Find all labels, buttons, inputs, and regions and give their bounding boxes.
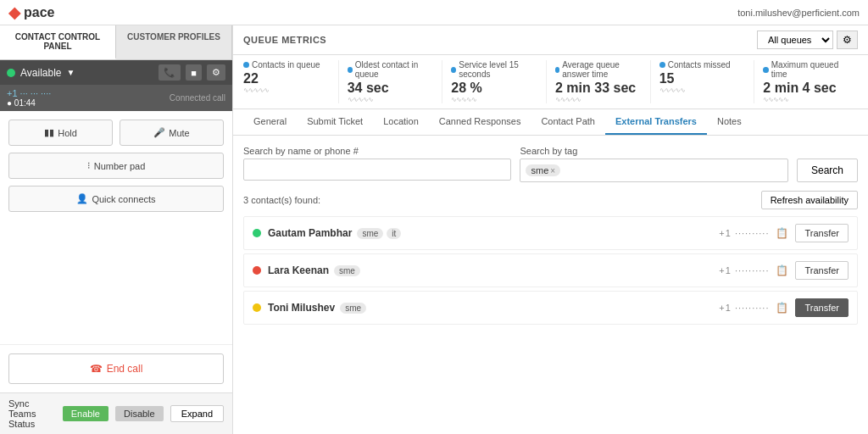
results-count: 3 contact(s) found: [243, 195, 320, 205]
queue-header: QUEUE METRICS All queues ⚙ [233, 25, 868, 55]
queue-settings-button[interactable]: ⚙ [837, 31, 858, 49]
metric-dot-5 [659, 62, 665, 68]
logo: ◆ pace [8, 3, 54, 22]
metric-service-level: Service level 15 seconds 28 % ∿∿∿∿∿ [442, 60, 547, 103]
tab-location[interactable]: Location [373, 109, 429, 135]
tag-sme-lara: sme [334, 265, 360, 276]
tab-external-transfers[interactable]: External Transfers [605, 109, 707, 135]
logo-text: pace [24, 5, 54, 20]
metric-label-6: Maximum queued time [771, 60, 849, 79]
status-dot-toni [253, 303, 261, 312]
tag-field[interactable]: sme × [520, 159, 787, 182]
tab-contact-control[interactable]: CONTACT CONTROL PANEL [0, 25, 116, 59]
tag-sme-text: sme [531, 165, 548, 175]
contact-right-toni: +1 ·········· 📋 Transfer [719, 298, 849, 317]
metric-dot-3 [451, 67, 456, 73]
hold-icon: ▮▮ [44, 127, 54, 138]
content-tabs: General Submit Ticket Location Canned Re… [233, 109, 868, 136]
metric-value-1: 22 [243, 71, 330, 86]
metric-avg-answer: Average queue answer time 2 min 33 sec ∿… [547, 60, 651, 103]
metrics-bar: Contacts in queue 22 ∿∿∿∿∿ Oldest contac… [233, 55, 868, 109]
status-left: Available ▼ [7, 67, 75, 79]
call-controls: ▮▮ Hold 🎤 Mute ⁝ Number pad 👤 Quick conn… [0, 111, 232, 344]
wave-5: ∿∿∿∿∿ [659, 86, 746, 94]
end-call-section: ☎ End call [0, 344, 232, 392]
wave-1: ∿∿∿∿∿ [243, 86, 330, 94]
metric-dot-4 [555, 67, 559, 73]
contact-name-lara: Lara Keenan [268, 264, 329, 276]
end-call-button[interactable]: ☎ End call [8, 353, 224, 384]
tag-search-group: Search by tag sme × [520, 146, 787, 182]
status-dropdown-icon[interactable]: ▼ [66, 68, 75, 77]
copy-icon-lara[interactable]: 📋 [776, 264, 788, 276]
metric-max-queued: Maximum queued time 2 min 4 sec ∿∿∿∿∿ [754, 60, 858, 103]
contact-tags-lara: sme [334, 265, 360, 276]
contact-name-gautam: Gautam Pambhar [268, 227, 352, 239]
number-pad-button[interactable]: ⁝ Number pad [8, 153, 224, 179]
end-call-label: End call [107, 363, 143, 375]
transfer-button-gautam[interactable]: Transfer [795, 224, 849, 242]
phone-icon-btn[interactable]: 📞 [159, 64, 181, 81]
sync-enable-button[interactable]: Enable [63, 406, 108, 421]
chat-icon-btn[interactable]: ■ [186, 64, 202, 81]
search-button[interactable]: Search [797, 159, 858, 182]
tag-sme-remove[interactable]: × [550, 166, 555, 175]
logo-icon: ◆ [8, 3, 20, 22]
transfer-button-toni[interactable]: Transfer [795, 298, 849, 317]
metric-dot-1 [243, 62, 249, 68]
tab-customer-profiles[interactable]: CUSTOMER PROFILES [116, 25, 232, 59]
tab-submit-ticket[interactable]: Submit Ticket [297, 109, 373, 135]
tab-notes[interactable]: Notes [707, 109, 752, 135]
hold-label: Hold [58, 128, 77, 138]
mute-label: Mute [169, 128, 189, 138]
metric-oldest-contact: Oldest contact in queue 34 sec ∿∿∿∿∿ [339, 60, 443, 103]
sync-disable-button[interactable]: Disable [115, 406, 164, 421]
settings-icon-btn[interactable]: ⚙ [207, 64, 225, 81]
timer-value: 01:44 [14, 98, 36, 108]
expand-button[interactable]: Expand [170, 405, 224, 422]
call-status-text: Connected call [170, 93, 225, 103]
content-area: Search by name or phone # Search by tag … [233, 136, 868, 434]
tag-sme: sme × [526, 164, 560, 176]
status-label: Available [20, 67, 61, 79]
contact-tags-gautam: sme it [357, 228, 401, 239]
mute-icon: 🎤 [153, 127, 165, 138]
status-indicator [7, 69, 15, 77]
metric-value-4: 2 min 33 sec [555, 81, 642, 96]
left-tabs: CONTACT CONTROL PANEL CUSTOMER PROFILES [0, 25, 232, 60]
sync-label: Sync Teams Status [8, 398, 56, 429]
queue-title: QUEUE METRICS [243, 35, 326, 45]
queue-filter: All queues ⚙ [757, 31, 858, 49]
call-timer: ● 01:44 [7, 98, 51, 108]
hold-mute-row: ▮▮ Hold 🎤 Mute [8, 120, 224, 146]
wave-2: ∿∿∿∿∿ [348, 96, 434, 103]
quick-icon: 👤 [76, 193, 88, 204]
end-call-icon: ☎ [90, 363, 103, 375]
contact-tags-toni: sme [340, 303, 366, 314]
metric-dot-2 [348, 67, 353, 73]
queue-select[interactable]: All queues [757, 31, 833, 49]
hold-button[interactable]: ▮▮ Hold [8, 120, 113, 146]
name-search-input[interactable] [243, 159, 511, 181]
copy-icon-toni[interactable]: 📋 [776, 302, 788, 314]
name-search-label: Search by name or phone # [243, 146, 511, 156]
top-bar: ◆ pace toni.milushev@perficient.com [0, 0, 868, 25]
metric-value-2: 34 sec [348, 81, 434, 96]
phone-toni: +1 ·········· [719, 303, 769, 313]
refresh-availability-button[interactable]: Refresh availability [761, 191, 858, 209]
tab-canned-responses[interactable]: Canned Responses [429, 109, 531, 135]
phone-gautam: +1 ·········· [719, 228, 769, 238]
metric-value-5: 15 [659, 71, 746, 86]
tab-contact-path[interactable]: Contact Path [531, 109, 605, 135]
copy-icon-gautam[interactable]: 📋 [776, 227, 788, 239]
left-panel: CONTACT CONTROL PANEL CUSTOMER PROFILES … [0, 25, 233, 434]
tab-general[interactable]: General [243, 109, 297, 135]
mute-button[interactable]: 🎤 Mute [120, 120, 224, 146]
metric-label-2: Oldest contact in queue [355, 60, 434, 79]
status-dot-gautam [253, 229, 261, 237]
tag-search-label: Search by tag [520, 146, 787, 156]
quick-connects-button[interactable]: 👤 Quick connects [8, 186, 224, 212]
metric-contacts-missed: Contacts missed 15 ∿∿∿∿∿ [651, 60, 755, 103]
transfer-button-lara[interactable]: Transfer [795, 261, 849, 280]
tag-it-gautam: it [387, 228, 401, 239]
